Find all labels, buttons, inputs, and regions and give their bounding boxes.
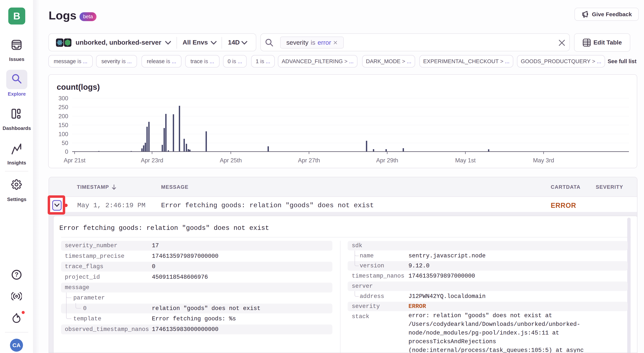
svg-text:Apr 29th: Apr 29th [376, 157, 398, 164]
svg-text:Apr 25th: Apr 25th [220, 157, 242, 164]
svg-text:?: ? [15, 271, 18, 278]
svg-text:200: 200 [58, 113, 68, 120]
svg-text:100: 100 [58, 131, 68, 137]
svg-text:300: 300 [58, 95, 68, 102]
svg-text:0: 0 [65, 148, 68, 155]
svg-text:150: 150 [58, 122, 68, 128]
svg-text:May 3rd: May 3rd [533, 157, 554, 164]
svg-text:250: 250 [58, 104, 68, 111]
svg-text:50: 50 [62, 140, 68, 146]
svg-text:Apr 27th: Apr 27th [298, 157, 320, 164]
svg-text:Apr 21st: Apr 21st [64, 157, 86, 164]
svg-text:May 1st: May 1st [455, 157, 476, 164]
svg-text:Apr 23rd: Apr 23rd [141, 157, 163, 164]
